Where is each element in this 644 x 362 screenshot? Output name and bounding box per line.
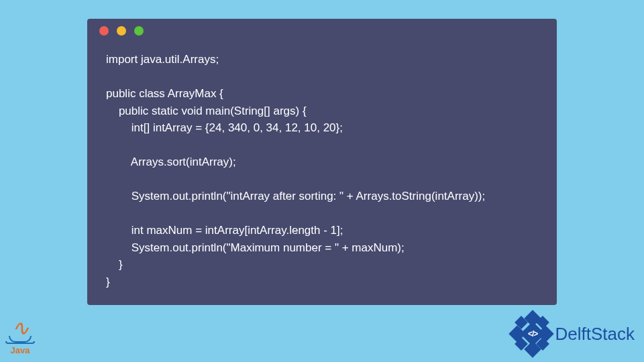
- delftstack-label: DelftStack: [555, 324, 635, 345]
- java-steam-icon: ∿: [11, 322, 30, 335]
- java-label: Java: [11, 345, 30, 355]
- code-content: import java.util.Arrays; public class Ar…: [87, 43, 557, 293]
- maximize-icon[interactable]: [134, 26, 144, 36]
- delftstack-emblem-icon: </>: [514, 315, 551, 353]
- code-window: import java.util.Arrays; public class Ar…: [87, 19, 557, 305]
- delftstack-logo: </> DelftStack: [514, 315, 635, 353]
- window-titlebar: [87, 19, 557, 43]
- java-logo: ∿ Java: [5, 322, 35, 355]
- java-cup-icon: [9, 336, 32, 343]
- minimize-icon[interactable]: [117, 26, 126, 36]
- close-icon[interactable]: [99, 26, 109, 36]
